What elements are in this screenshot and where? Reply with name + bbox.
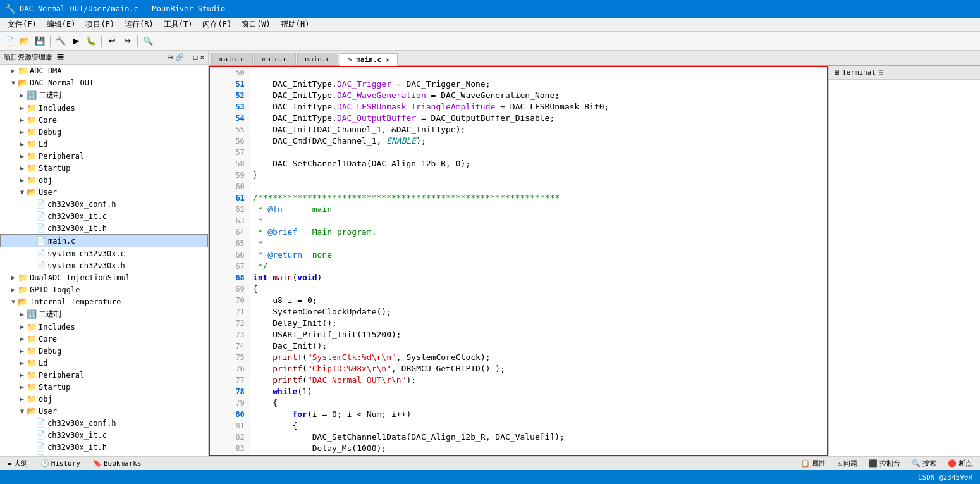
tab-main-c-2[interactable]: main.c <box>254 53 296 65</box>
line-code-53: DAC_InitType.DAC_LFSRUnmask_TriangleAmpl… <box>250 101 827 113</box>
project-icon: 📁 <box>18 66 28 75</box>
code-line-83: 83 Delay_Ms(1000); <box>210 443 827 454</box>
menu-run[interactable]: 运行(R) <box>119 18 159 31</box>
problems-label: 问题 <box>843 459 857 468</box>
code-line-75: 75 printf("SystemClk:%d\r\n", SystemCore… <box>210 352 827 363</box>
terminal-label: Terminal <box>842 68 876 77</box>
tree-item-system-c1[interactable]: 📄 system_ch32v30x.c <box>0 247 208 259</box>
toolbar-search[interactable]: 🔍 <box>141 34 155 48</box>
code-line-65: 65 * <box>210 238 827 249</box>
tree-item-ch32v30x-conf1[interactable]: 📄 ch32v30x_conf.h <box>0 198 208 210</box>
tree-item-gpio-toggle[interactable]: ▶ 📁 GPIO_Toggle <box>0 283 208 295</box>
tree-item-includes1[interactable]: ▶ 📁 Includes <box>0 102 208 114</box>
tree-item-peripheral1[interactable]: ▶ 📁 Peripheral <box>0 150 208 162</box>
tree-item-dac-normal-out[interactable]: ▼ 📂 DAC_Normal_OUT <box>0 77 208 89</box>
tree-item-peripheral2[interactable]: ▶ 📁 Peripheral <box>0 369 208 381</box>
tree-item-ch32v30x-conf2[interactable]: 📄 ch32v30x_conf.h <box>0 417 208 429</box>
tree-item-binary1[interactable]: ▶ 🔢 二进制 <box>0 89 208 102</box>
toolbar-run[interactable]: ▶ <box>69 34 83 48</box>
tab-main-c-3[interactable]: main.c <box>297 53 339 65</box>
bottom-tab-outline[interactable]: ≡ 大纲 <box>5 457 30 469</box>
menu-tools[interactable]: 工具(T) <box>159 18 198 31</box>
tab-main-c-4[interactable]: ✎ main.c ✕ <box>340 53 398 66</box>
terminal-icon: 🖥 <box>833 68 840 77</box>
tree-item-user2[interactable]: ▼ 📂 User <box>0 405 208 417</box>
code-content: 50 51 DAC_InitType.DAC_Trigger = DAC_Tri… <box>210 67 827 456</box>
tree-item-obj1[interactable]: ▶ 📁 obj <box>0 174 208 186</box>
menu-window[interactable]: 窗口(W) <box>236 18 276 31</box>
menu-help[interactable]: 帮助(H) <box>276 18 315 31</box>
toolbar-separator-1 <box>50 35 51 47</box>
toolbar-undo[interactable]: ↩ <box>105 34 119 48</box>
outline-label: 大纲 <box>14 459 28 468</box>
code-line-78: 78 while(1) <box>210 386 827 397</box>
code-line-55: 55 DAC_Init(DAC_Channel_1, &DAC_InitType… <box>210 124 827 135</box>
tree-toggle-dac-normal-out[interactable]: ▼ <box>9 79 18 86</box>
toolbar-open[interactable]: 📂 <box>18 34 32 48</box>
tree-item-ld1[interactable]: ▶ 📁 Ld <box>0 138 208 150</box>
tree-item-binary2[interactable]: ▶ 🔢 二进制 <box>0 307 208 321</box>
tree-item-core2[interactable]: ▶ 📁 Core <box>0 333 208 345</box>
tree-item-startup1[interactable]: ▶ 📁 Startup <box>0 162 208 174</box>
panel-maximize-icon[interactable]: □ <box>193 53 198 61</box>
tree-item-system-h1[interactable]: 📄 system_ch32v30x.h <box>0 259 208 271</box>
line-code-78: while(1) <box>250 386 827 397</box>
tree-toggle-adc-dma[interactable]: ▶ <box>9 67 18 74</box>
menu-flash[interactable]: 闪存(F) <box>197 18 236 31</box>
line-num-52: 52 <box>210 90 250 101</box>
toolbar-save[interactable]: 💾 <box>33 34 47 48</box>
line-num-67: 67 <box>210 261 250 272</box>
tree-item-ch32v30x-it-h1[interactable]: 📄 ch32v30x_it.h <box>0 222 208 234</box>
history-icon: 🕐 <box>40 459 49 468</box>
line-code-69: { <box>250 283 827 295</box>
bottom-tab-bookmarks[interactable]: 🔖 Bookmarks <box>90 458 144 469</box>
status-bar: CSDN @2345V0R <box>0 470 980 484</box>
tree-item-user1[interactable]: ▼ 📂 User <box>0 186 208 198</box>
collapse-all-icon[interactable]: ⊟ <box>169 53 173 61</box>
tree-item-main-c2[interactable]: 📄 main.c <box>0 453 208 456</box>
tree-item-core1[interactable]: ▶ 📁 Core <box>0 114 208 126</box>
bottom-tab-console[interactable]: ⬛ 控制台 <box>866 457 903 469</box>
toolbar-redo[interactable]: ↪ <box>120 34 134 48</box>
tree-item-includes2[interactable]: ▶ 📁 Includes <box>0 321 208 333</box>
panel-minimize-icon[interactable]: — <box>187 53 191 61</box>
tree-item-main-c1[interactable]: 📄 main.c <box>0 234 208 247</box>
tree-item-internal-temp[interactable]: ▼ 📂 Internal_Temperature <box>0 295 208 307</box>
tree-item-ch32v30x-it-c2[interactable]: 📄 ch32v30x_it.c <box>0 429 208 441</box>
menu-project[interactable]: 项目(P) <box>80 18 119 31</box>
tree-item-ld2[interactable]: ▶ 📁 Ld <box>0 357 208 369</box>
editor-area[interactable]: 50 51 DAC_InitType.DAC_Trigger = DAC_Tri… <box>209 66 828 456</box>
panel-close-icon[interactable]: ✕ <box>200 53 204 61</box>
main-area: 项目资源管理器 ☰ ⊟ 🔗 — □ ✕ ▶ 📁 ADC_DMA ▼ 📂 DAC_… <box>0 51 980 456</box>
menu-edit[interactable]: 编辑(E) <box>42 18 81 31</box>
tree-item-debug2[interactable]: ▶ 📁 Debug <box>0 345 208 357</box>
code-line-81: 81 { <box>210 420 827 431</box>
right-panel: main.c main.c main.c ✎ main.c ✕ 50 51 D <box>209 51 980 456</box>
bottom-tab-problems[interactable]: ⚠ 问题 <box>835 457 860 469</box>
tree-item-obj2[interactable]: ▶ 📁 obj <box>0 393 208 405</box>
line-code-59: } <box>250 170 827 181</box>
bottom-tab-search[interactable]: 🔍 搜索 <box>909 457 939 469</box>
toolbar-build[interactable]: 🔨 <box>54 34 68 48</box>
tree-item-adc-dma[interactable]: ▶ 📁 ADC_DMA <box>0 65 208 77</box>
line-code-83: Delay_Ms(1000); <box>250 443 827 454</box>
line-code-56: DAC_Cmd(DAC_Channel_1, ENABLE); <box>250 135 827 147</box>
toolbar-debug[interactable]: 🐛 <box>84 34 98 48</box>
tab-main-c-1[interactable]: main.c <box>211 53 253 65</box>
line-code-51: DAC_InitType.DAC_Trigger = DAC_Trigger_N… <box>250 78 827 90</box>
bottom-tab-history[interactable]: 🕐 History <box>38 458 83 469</box>
tree-label-dac-normal-out: DAC_Normal_OUT <box>30 78 94 87</box>
bottom-tab-breakpoints[interactable]: 🔴 断点 <box>945 457 975 469</box>
terminal-content[interactable] <box>829 80 980 456</box>
tree-item-debug1[interactable]: ▶ 📁 Debug <box>0 126 208 138</box>
code-line-67: 67 */ <box>210 261 827 272</box>
tree-item-dualadc[interactable]: ▶ 📁 DualADC_InjectionSimul <box>0 271 208 283</box>
bottom-tab-properties[interactable]: 📋 属性 <box>799 457 828 469</box>
tree-item-startup2[interactable]: ▶ 📁 Startup <box>0 381 208 393</box>
menu-file[interactable]: 文件(F) <box>3 18 42 31</box>
tree-item-ch32v30x-it-h2[interactable]: 📄 ch32v30x_it.h <box>0 441 208 453</box>
link-with-editor-icon[interactable]: 🔗 <box>175 53 184 61</box>
toolbar-new[interactable]: 📄 <box>3 34 16 48</box>
properties-icon: 📋 <box>801 459 810 468</box>
tree-item-ch32v30x-it-c1[interactable]: 📄 ch32v30x_it.c <box>0 210 208 222</box>
